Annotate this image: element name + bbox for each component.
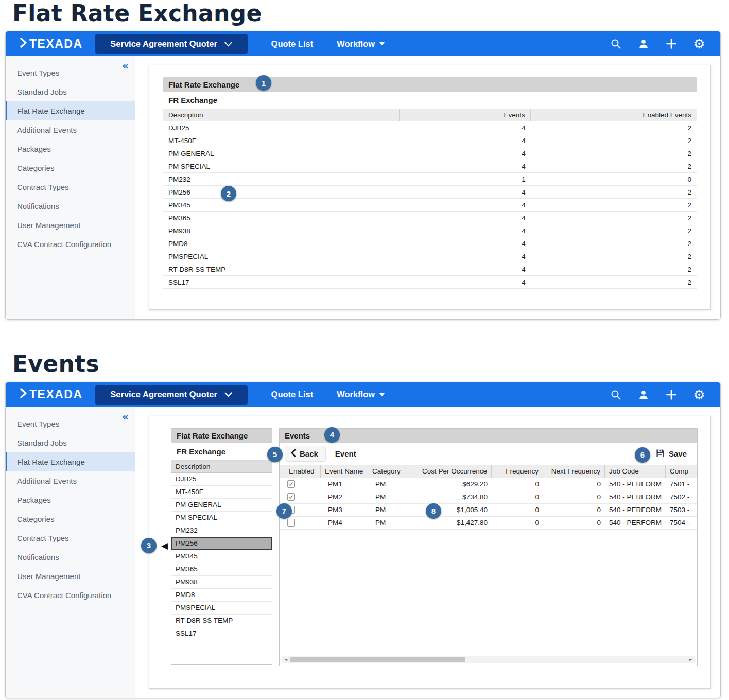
list-subtitle: FR Exchange <box>171 443 272 461</box>
list-item[interactable]: PM365 <box>171 563 272 576</box>
app-menu-service-agreement-quoter[interactable]: Service Agreement Quoter <box>95 385 248 405</box>
save-button[interactable]: Save <box>653 447 690 461</box>
list-item-selected-pm256[interactable]: PM256 <box>171 537 272 550</box>
event-comp: 7502 - <box>666 493 697 501</box>
sidebar-item-contract-types[interactable]: Contract Types <box>6 529 135 548</box>
row-description: MT-450E <box>163 137 400 145</box>
table-row[interactable]: SSL1742 <box>163 276 697 289</box>
app-menu-service-agreement-quoter[interactable]: Service Agreement Quoter <box>95 34 248 54</box>
column-category: Category <box>368 465 406 478</box>
sidebar-item-notifications[interactable]: Notifications <box>6 197 135 216</box>
horizontal-scrollbar[interactable]: ◄ ► <box>282 656 695 663</box>
table-row[interactable]: MT-450E42 <box>163 134 697 147</box>
list-item[interactable]: RT-D8R SS TEMP <box>171 615 272 627</box>
sidebar-item-standard-jobs[interactable]: Standard Jobs <box>6 82 135 101</box>
user-icon[interactable] <box>637 37 650 50</box>
callout-5: 5 <box>267 447 283 462</box>
list-item[interactable]: MT-450E <box>171 486 272 499</box>
user-icon[interactable] <box>637 388 650 401</box>
add-icon[interactable] <box>665 37 678 50</box>
scrollbar-thumb[interactable] <box>290 657 465 662</box>
event-name: PM4 <box>321 519 368 527</box>
nav-quote-list-label: Quote List <box>271 390 314 399</box>
settings-gear-icon[interactable]: ⚙ <box>692 388 706 401</box>
sidebar-item-categories[interactable]: Categories <box>6 510 135 529</box>
sidebar-item-categories[interactable]: Categories <box>6 159 135 178</box>
sidebar-item-user-management[interactable]: User Management <box>6 216 135 235</box>
table-row[interactable]: PM25642 <box>163 186 697 199</box>
sidebar-item-packages[interactable]: Packages <box>6 139 135 159</box>
row-events: 4 <box>400 201 531 209</box>
list-item[interactable]: DJB25 <box>171 473 272 486</box>
search-icon[interactable] <box>609 388 622 401</box>
list-item[interactable]: PM GENERAL <box>171 499 272 512</box>
list-item[interactable]: SSL17 <box>171 627 272 640</box>
sidebar-collapse-icon[interactable]: « <box>121 412 129 423</box>
navbar-icons: ⚙ <box>609 37 706 50</box>
sidebar-collapse-icon[interactable]: « <box>121 61 129 72</box>
row-description: PM256 <box>163 188 400 196</box>
add-icon[interactable] <box>665 388 678 401</box>
scroll-right-icon[interactable]: ► <box>687 657 695 662</box>
app-menu-label: Service Agreement Quoter <box>110 39 217 49</box>
row-events: 4 <box>400 253 531 260</box>
table-row[interactable]: PMD842 <box>163 237 697 250</box>
scroll-left-icon[interactable]: ◄ <box>282 657 289 662</box>
table-row[interactable]: PM SPECIAL42 <box>163 160 697 173</box>
nav-workflow[interactable]: Workflow <box>337 39 385 49</box>
event-job-code: 540 - PERFORM <box>605 493 666 501</box>
enabled-checkbox[interactable] <box>287 519 295 527</box>
row-events: 4 <box>400 137 531 145</box>
sidebar-item-additional-events[interactable]: Additional Events <box>6 471 135 491</box>
sidebar-item-flat-rate-exchange[interactable]: Flat Rate Exchange <box>6 452 135 471</box>
list-title: Flat Rate Exchange <box>171 429 272 443</box>
sidebar-item-cva-contract-configuration[interactable]: CVA Contract Configuration <box>6 235 135 254</box>
sidebar-item-additional-events[interactable]: Additional Events <box>6 120 135 139</box>
table-row[interactable]: PM23210 <box>163 173 697 186</box>
event-category: PM <box>368 493 406 501</box>
texada-logo[interactable]: TEXADA <box>20 37 83 51</box>
table-row[interactable]: PM36542 <box>163 212 697 224</box>
column-job-code: Job Code <box>605 465 666 478</box>
events-panel: Events Back Event Save Enabled <box>279 428 698 666</box>
enabled-checkbox[interactable]: ✓ <box>287 493 295 501</box>
table-row[interactable]: DJB2542 <box>163 121 697 134</box>
sidebar-item-standard-jobs[interactable]: Standard Jobs <box>6 433 135 452</box>
sidebar-item-event-types[interactable]: Event Types <box>6 63 135 82</box>
save-icon <box>656 449 665 459</box>
back-button[interactable]: Back <box>285 446 326 462</box>
app-body: « Event Types Standard Jobs Flat Rate Ex… <box>6 407 720 698</box>
table-row[interactable]: PM34542 <box>163 199 697 212</box>
sidebar-item-cva-contract-configuration[interactable]: CVA Contract Configuration <box>6 586 135 605</box>
nav-quote-list[interactable]: Quote List <box>271 390 314 399</box>
back-button-label: Back <box>300 449 318 458</box>
row-enabled-events: 2 <box>531 214 697 222</box>
list-item[interactable]: PM938 <box>171 576 272 589</box>
list-item[interactable]: PMD8 <box>171 589 272 602</box>
sidebar-item-notifications[interactable]: Notifications <box>6 548 135 567</box>
caret-down-icon <box>379 393 385 396</box>
top-navbar: TEXADA Service Agreement Quoter Quote Li… <box>6 31 720 56</box>
sidebar-item-contract-types[interactable]: Contract Types <box>6 178 135 197</box>
sidebar-item-flat-rate-exchange[interactable]: Flat Rate Exchange <box>6 101 135 120</box>
texada-logo[interactable]: TEXADA <box>20 388 83 401</box>
list-item[interactable]: PM232 <box>171 524 272 537</box>
app-body: « Event Types Standard Jobs Flat Rate Ex… <box>6 56 720 319</box>
sidebar-item-packages[interactable]: Packages <box>6 491 135 510</box>
nav-workflow[interactable]: Workflow <box>337 390 385 399</box>
table-row[interactable]: PMSPECIAL42 <box>163 250 697 263</box>
top-navbar: TEXADA Service Agreement Quoter Quote Li… <box>6 382 720 407</box>
table-row[interactable]: PM GENERAL42 <box>163 147 697 160</box>
list-item[interactable]: PM345 <box>171 550 272 563</box>
sidebar-item-event-types[interactable]: Event Types <box>6 414 135 433</box>
list-item[interactable]: PMSPECIAL <box>171 602 272 615</box>
sidebar-item-user-management[interactable]: User Management <box>6 567 135 586</box>
nav-quote-list[interactable]: Quote List <box>271 39 314 49</box>
settings-gear-icon[interactable]: ⚙ <box>692 37 706 50</box>
navbar-icons: ⚙ <box>609 388 706 401</box>
enabled-checkbox[interactable]: ✓ <box>287 480 295 488</box>
table-row[interactable]: RT-D8R SS TEMP42 <box>163 263 697 276</box>
search-icon[interactable] <box>609 37 622 50</box>
table-row[interactable]: PM93842 <box>163 224 697 237</box>
list-item[interactable]: PM SPECIAL <box>171 512 272 524</box>
